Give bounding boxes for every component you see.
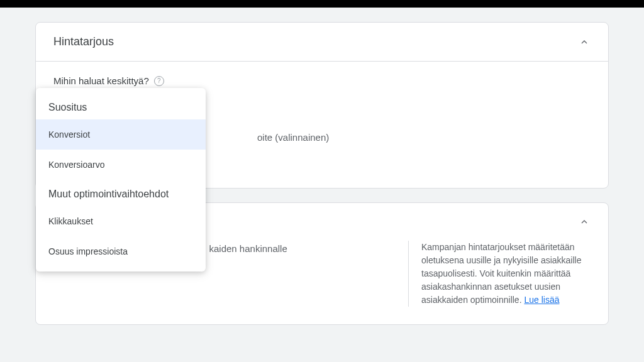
focus-dropdown: Suositus Konversiot Konversioarvo Muut o…: [36, 88, 206, 272]
chevron-up-icon[interactable]: [578, 216, 591, 228]
acquisition-info-text: Kampanjan hintatarjoukset määritetään ol…: [408, 241, 591, 307]
dropdown-item-conversion-value[interactable]: Konversioarvo: [36, 150, 206, 180]
help-icon[interactable]: ?: [154, 76, 164, 86]
bidding-title: Hintatarjous: [53, 35, 114, 48]
dropdown-item-clicks[interactable]: Klikkaukset: [36, 206, 206, 236]
focus-question: Mihin haluat keskittyä? ?: [53, 75, 591, 86]
bidding-card-header[interactable]: Hintatarjous: [36, 23, 608, 62]
dropdown-item-conversions[interactable]: Konversiot: [36, 119, 206, 150]
dropdown-header-other: Muut optimointivaihtoehdot: [36, 180, 206, 206]
learn-more-link[interactable]: Lue lisää: [524, 295, 559, 305]
dropdown-item-impression-share[interactable]: Osuus impressioista: [36, 236, 206, 266]
chevron-up-icon[interactable]: [578, 36, 591, 48]
optional-target-text: oite (valinnainen): [257, 132, 329, 143]
dropdown-header-recommend: Suositus: [36, 93, 206, 119]
